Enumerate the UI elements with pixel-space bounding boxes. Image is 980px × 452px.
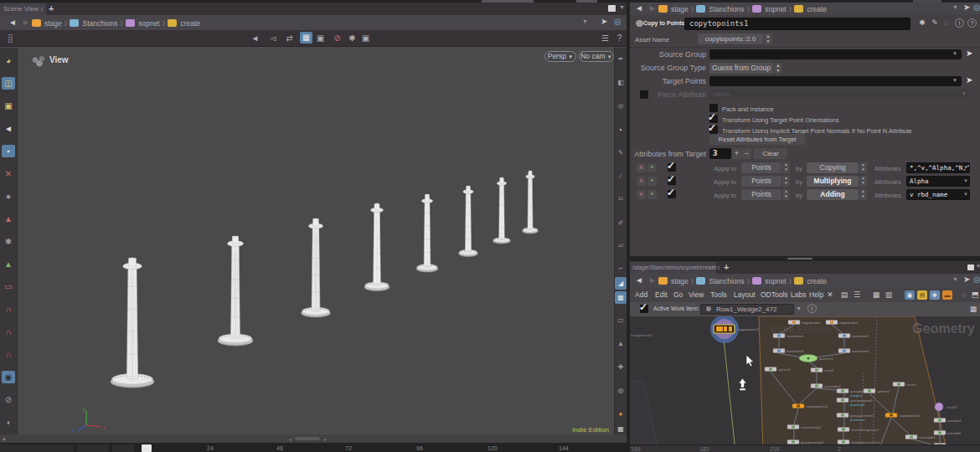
multiparm-clear-button[interactable]: Clear [754, 148, 787, 159]
node-sphere1[interactable]: sphere1 [765, 367, 792, 372]
net-monitor-icon[interactable]: ⬒ [970, 290, 980, 300]
menu-odtools[interactable]: ODTools [761, 290, 788, 300]
piece-attribute-dropdown-icon[interactable]: ▼ [962, 91, 967, 96]
tool-boxselect-icon[interactable]: ▣ [314, 33, 327, 44]
network-pane-maximize-icon[interactable] [967, 265, 974, 270]
attr-row-0-delete-button[interactable]: x [637, 163, 646, 172]
attr-row-0-method-spinner[interactable]: ▲▼ [859, 162, 867, 173]
source-group-type-dropdown[interactable]: Guess from Group [709, 63, 773, 74]
reset-attributes-button[interactable]: Reset Attributes from Target [709, 134, 805, 145]
node-copytopoints4[interactable]: copytopoints4 [885, 413, 921, 419]
network-tab-close-icon[interactable]: x [717, 265, 720, 270]
active-work-item-spinner[interactable]: ▼ [796, 306, 802, 311]
net-grid2-icon[interactable]: ▥ [884, 290, 894, 300]
params-help-icon[interactable]: ? [967, 18, 977, 28]
multiparm-count-field[interactable]: 3 [709, 148, 731, 159]
pane-maximize-icon[interactable] [608, 5, 616, 12]
attr-row-1-enable-checkbox[interactable]: ✓ [668, 177, 676, 185]
asset-name-dropdown[interactable]: copytopoints::2.0 [698, 33, 763, 44]
breadcrumb-item-Stanchions[interactable]: Stanchions [709, 277, 744, 285]
params-link-icon[interactable]: ◎ [973, 3, 980, 12]
attr-row-2-attrs-dropdown-icon[interactable]: ▼ [963, 192, 968, 197]
tool-grid-icon[interactable]: ⣿ [4, 33, 17, 44]
source-group-dropdown-icon[interactable]: ▼ [952, 51, 957, 56]
work-item-info-icon[interactable]: i [807, 304, 817, 313]
network-back-button[interactable]: ◄ [635, 275, 643, 285]
scene-view-tab[interactable]: Scene View x [0, 3, 46, 15]
attr-row-2-method-dropdown[interactable]: Adding [807, 189, 859, 200]
breadcrumb-item-sopnet[interactable]: sopnet [138, 19, 160, 28]
breadcrumb-item-sopnet[interactable]: sopnet [765, 277, 787, 285]
net-wrench-icon[interactable]: ✕ [825, 290, 835, 300]
forward-button[interactable]: ► [22, 18, 30, 27]
node-copytopoints2[interactable]: copytopoints2 [792, 404, 828, 409]
node-name-field[interactable]: copytopoints1 [684, 18, 910, 30]
attr-row-0-insert-button[interactable]: + [647, 163, 657, 172]
breadcrumb-item-stage[interactable]: stage [671, 277, 689, 285]
scrollbar-thumb[interactable] [295, 437, 320, 440]
node-extrude4[interactable]: extrude4 [934, 419, 962, 424]
attr-row-1-delete-button[interactable]: x [637, 177, 646, 186]
net-snapshot-icon[interactable]: ✚ [930, 290, 940, 300]
params-back-button[interactable]: ◄ [635, 3, 643, 13]
target-points-field[interactable] [709, 76, 962, 86]
net-note-icon[interactable]: ▤ [917, 290, 927, 300]
attr-row-0-attrs-field[interactable]: *,^v,^Alpha,^N,^ [906, 162, 970, 173]
node-transform3[interactable]: transform3 [773, 349, 804, 354]
active-work-item-dropdown[interactable]: Row1_Wedge2_472 [700, 304, 794, 315]
attr-row-2-delete-button[interactable]: x [637, 190, 646, 199]
multiparm-add-button[interactable]: + [732, 148, 741, 159]
attr-row-0-method-dropdown[interactable]: Copying [807, 162, 859, 173]
node-cone2[interactable]: cone2 [811, 368, 834, 373]
menu-help[interactable]: Help [809, 290, 823, 300]
node-transform2[interactable]: transform2 [838, 334, 869, 339]
piece-attribute-field[interactable]: name [709, 90, 969, 100]
network-forward-button[interactable]: ► [648, 275, 657, 285]
tab-close-icon[interactable]: x [40, 6, 44, 12]
source-group-type-spinner[interactable]: ▲▼ [774, 63, 782, 74]
params-forward-button[interactable]: ► [648, 3, 657, 13]
attr-row-1-method-dropdown[interactable]: Multiplying [807, 176, 859, 187]
node-resample5[interactable]: resample5 [905, 435, 936, 440]
source-group-field[interactable] [709, 49, 962, 59]
param-checkbox-2[interactable]: ✓ [709, 126, 718, 134]
viewport[interactable]: ◕◫▣◄▪✕●▲✱▲▭∩∩∩◉⊘◗ ✒◧◎•✎∕¹²✐⁴²⌐◢▩▭▲✚◍●▦▦ … [0, 48, 627, 434]
back-button[interactable]: ◄ [8, 18, 17, 27]
attr-row-0-enable-checkbox[interactable]: ✓ [668, 163, 676, 172]
breadcrumb-item-stage[interactable]: stage [44, 19, 62, 28]
menu-go[interactable]: Go [673, 290, 683, 300]
params-brush-icon[interactable]: ✎ [930, 18, 940, 28]
tool-select-icon[interactable]: ◄ [249, 33, 261, 44]
net-box-icon[interactable]: ▬ [942, 290, 952, 300]
attr-row-2-applyto-dropdown[interactable]: Points [741, 189, 781, 200]
tool-help-icon[interactable]: ? [613, 33, 626, 44]
attr-row-2-attrs-field[interactable]: v rbd_name [906, 189, 970, 200]
node-orientalongcurve1[interactable]: orientalongcurve1 [838, 428, 879, 433]
menu-layout[interactable]: Layout [734, 290, 756, 300]
node-sphere2[interactable]: sphere2 [864, 389, 890, 394]
tool-noselect-icon[interactable]: ⊘ [331, 33, 343, 44]
attr-row-1-applyto-spinner[interactable]: ▲▼ [782, 176, 790, 187]
network-new-tab-button[interactable]: + [724, 261, 734, 273]
menu-edit[interactable]: Edit [655, 290, 668, 300]
breadcrumb-item-create[interactable]: create [807, 5, 827, 13]
attr-row-0-attrs-dropdown-icon[interactable]: ▼ [963, 165, 968, 170]
network-pane-menu-icon[interactable]: ▼ [976, 264, 980, 269]
work-item-table-icon[interactable]: ▦ [968, 305, 978, 314]
attr-row-1-method-spinner[interactable]: ▲▼ [859, 176, 867, 187]
breadcrumb-item-stage[interactable]: stage [671, 5, 689, 13]
menu-view[interactable]: View [689, 290, 704, 300]
params-path-dropdown-icon[interactable]: ▼ [952, 4, 958, 10]
net-book-icon[interactable]: ▤ [839, 290, 849, 300]
attr-row-1-attrs-field[interactable]: Alpha [906, 176, 970, 187]
multiparm-remove-button[interactable]: − [742, 148, 751, 159]
breadcrumb-item-create[interactable]: create [180, 19, 200, 28]
new-tab-button[interactable]: + [49, 3, 59, 14]
source-group-pick-icon[interactable]: ➤ [966, 49, 972, 58]
network-link-icon[interactable]: ◎ [973, 275, 980, 284]
breadcrumb-item-Stanchions[interactable]: Stanchions [82, 19, 117, 28]
target-points-pick-icon[interactable]: ➤ [966, 75, 972, 85]
tool-lasso-icon[interactable]: ◅ [266, 33, 279, 44]
node-extrude5[interactable]: extrude5 [934, 431, 962, 436]
node-circle3[interactable]: circle3 [935, 403, 957, 411]
